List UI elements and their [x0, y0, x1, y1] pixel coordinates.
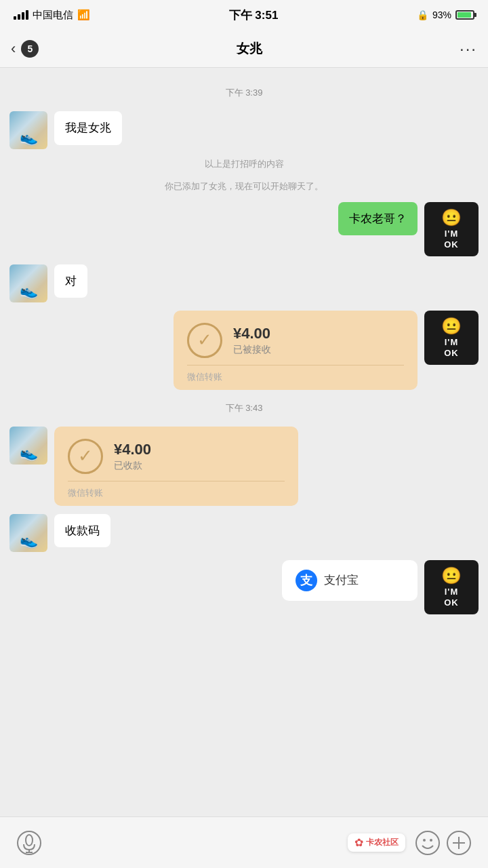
- imok-text-3: I'M: [445, 337, 459, 348]
- nav-bar: ‹ 5 女兆 ···: [0, 30, 488, 68]
- imok-face-icon-2: 😐: [441, 317, 462, 336]
- system-msg-1: 以上是打招呼的内容: [16, 157, 472, 172]
- emoji-button[interactable]: [412, 827, 443, 859]
- system-msg-2: 你已添加了女兆，现在可以开始聊天了。: [16, 180, 472, 194]
- transfer-info-2: ¥4.00 已收款: [114, 441, 151, 472]
- msg-row-1: 👟 我是女兆: [0, 107, 488, 153]
- svg-point-5: [423, 839, 426, 842]
- voice-icon: [17, 831, 41, 855]
- chat-area: 下午 3:39 👟 我是女兆 以上是打招呼的内容 你已添加了女兆，现在可以开始聊…: [0, 68, 488, 816]
- bubble-1: 我是女兆: [54, 111, 122, 145]
- avatar-shoe-icon-2: 👟: [20, 282, 38, 300]
- imok-text-2: OK: [444, 239, 459, 250]
- check-circle-1: ✓: [187, 323, 222, 358]
- transfer-amount-2: ¥4.00: [114, 441, 151, 458]
- status-left: 中国电信 📶: [14, 9, 90, 22]
- imok-text-1: I'M: [445, 229, 459, 239]
- status-time: 下午 3:51: [229, 7, 279, 23]
- kanong-icon: ✿: [354, 836, 363, 849]
- svg-point-1: [26, 835, 33, 846]
- avatar-shoe-icon: 👟: [20, 129, 38, 146]
- avatar-shoe-icon-3: 👟: [20, 444, 38, 462]
- avatar-image-3: 👟: [9, 427, 47, 465]
- imok-text-5: I'M: [445, 587, 459, 597]
- kanong-label: 卡农社区: [366, 837, 399, 848]
- bottom-toolbar: ✿ 卡农社区: [0, 816, 488, 868]
- transfer-label-1: 微信转账: [187, 365, 404, 383]
- imok-sticker-2: 😐 I'M OK: [424, 311, 479, 365]
- transfer-amount-1: ¥4.00: [233, 325, 271, 342]
- msg-row-alipay: 😐 I'M OK 支 支付宝: [0, 556, 488, 618]
- svg-point-4: [416, 831, 439, 854]
- avatar-image-4: 👟: [9, 514, 47, 552]
- back-icon: ‹: [11, 40, 16, 58]
- transfer-status-1: 已被接收: [233, 344, 271, 356]
- lock-icon: 🔒: [417, 9, 428, 20]
- status-right: 🔒 93%: [417, 9, 474, 20]
- battery-percent: 93%: [432, 9, 451, 20]
- msg-row-transfer-1: 😐 I'M OK ✓ ¥4.00 已被接收 微信转账: [0, 307, 488, 394]
- imok-text-4: OK: [444, 348, 459, 359]
- msg-row-3: 👟 对: [0, 260, 488, 307]
- transfer-label-2: 微信转账: [68, 481, 285, 499]
- unread-badge: 5: [21, 40, 39, 58]
- avatar-other-1: 👟: [9, 111, 47, 149]
- wifi-icon: 📶: [77, 9, 90, 21]
- imok-sticker-3: 😐 I'M OK: [424, 560, 479, 614]
- imok-sticker-1: 😐 I'M OK: [424, 202, 479, 256]
- bubble-3: 对: [54, 264, 87, 298]
- kanong-badge: ✿ 卡农社区: [348, 833, 405, 852]
- timestamp-1: 下午 3:39: [0, 87, 488, 99]
- signal-icon: [14, 10, 28, 20]
- imok-face-icon-3: 😐: [441, 566, 462, 586]
- avatar-other-3: 👟: [9, 427, 47, 465]
- battery-icon: [455, 10, 474, 20]
- imok-text-6: OK: [444, 597, 459, 608]
- nav-back-button[interactable]: ‹ 5: [11, 40, 39, 58]
- carrier-label: 中国电信: [33, 9, 73, 22]
- bubble-4: 收款码: [54, 514, 110, 548]
- imok-face-icon: 😐: [441, 208, 462, 228]
- transfer-status-2: 已收款: [114, 460, 151, 472]
- svg-point-6: [430, 839, 432, 842]
- avatar-image-1: 👟: [9, 111, 47, 149]
- transfer-card-2[interactable]: ✓ ¥4.00 已收款 微信转账: [54, 427, 298, 506]
- alipay-bubble[interactable]: 支 支付宝: [282, 560, 418, 601]
- voice-button[interactable]: [14, 827, 45, 859]
- plus-icon: [447, 831, 471, 855]
- chat-title: 女兆: [237, 40, 262, 58]
- avatar-image-2: 👟: [9, 264, 47, 302]
- avatar-other-4: 👟: [9, 514, 47, 552]
- kanong-area: ✿ 卡农社区: [45, 833, 412, 852]
- transfer-top-1: ✓ ¥4.00 已被接收: [187, 323, 404, 358]
- battery-fill: [458, 12, 471, 18]
- msg-row-transfer-2: 👟 ✓ ¥4.00 已收款 微信转账: [0, 422, 488, 510]
- transfer-info-1: ¥4.00 已被接收: [233, 325, 271, 356]
- msg-row-2: 😐 I'M OK 卡农老哥？: [0, 198, 488, 260]
- bubble-2: 卡农老哥？: [338, 202, 418, 236]
- status-bar: 中国电信 📶 下午 3:51 🔒 93%: [0, 0, 488, 30]
- avatar-other-2: 👟: [9, 264, 47, 302]
- alipay-label: 支付宝: [324, 572, 359, 588]
- emoji-icon: [415, 831, 440, 855]
- transfer-top-2: ✓ ¥4.00 已收款: [68, 439, 285, 474]
- more-button[interactable]: ···: [460, 39, 477, 58]
- transfer-card-1[interactable]: ✓ ¥4.00 已被接收 微信转账: [174, 311, 418, 390]
- plus-button[interactable]: [443, 827, 474, 859]
- timestamp-2: 下午 3:43: [0, 402, 488, 414]
- msg-row-4: 👟 收款码: [0, 510, 488, 556]
- check-circle-2: ✓: [68, 439, 103, 474]
- avatar-shoe-icon-4: 👟: [20, 532, 38, 549]
- alipay-icon: 支: [296, 570, 317, 591]
